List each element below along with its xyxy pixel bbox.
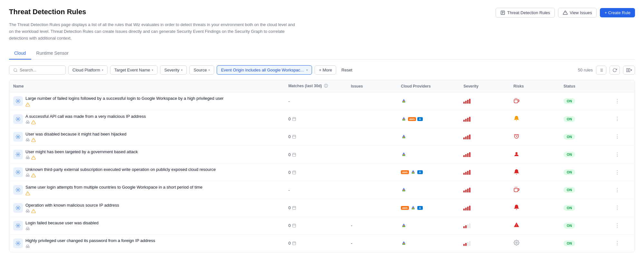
svg-rect-49 <box>292 153 296 156</box>
more-filters-button[interactable]: + More <box>315 65 336 75</box>
issues-cell: - <box>347 234 397 252</box>
gcp-icon <box>401 116 407 122</box>
severity-filter[interactable]: Severity ▾ <box>160 65 187 75</box>
actions-cell[interactable]: ⋮ <box>610 199 635 217</box>
view-issues-button[interactable]: View Issues <box>558 8 597 18</box>
target-event-name-label: Target Event Name <box>114 68 150 72</box>
cloud-platform-label: Cloud Platform <box>72 68 100 72</box>
rule-name-cell: A successful API call was made from a ve… <box>9 110 284 128</box>
status-badge: ON <box>564 240 575 246</box>
row-actions-menu[interactable]: ⋮ <box>613 115 621 123</box>
row-actions-menu[interactable]: ⋮ <box>613 151 621 159</box>
severity-bar <box>469 135 470 139</box>
status-badge: ON <box>564 169 575 175</box>
status-cell: ON <box>560 164 610 181</box>
severity-bar <box>463 244 465 246</box>
tab-runtime-sensor[interactable]: Runtime Sensor <box>31 48 74 60</box>
cloud-platform-filter[interactable]: Cloud Platform ▾ <box>68 65 108 75</box>
target-event-name-filter[interactable]: Target Event Name ▾ <box>110 65 157 75</box>
rule-name-cell: Login failed because user was disabled <box>9 217 284 234</box>
warning-icon <box>31 120 36 125</box>
threat-detection-rules-link[interactable]: Threat Detection Rules <box>496 8 555 18</box>
search-box[interactable] <box>9 65 66 75</box>
status-cell: ON <box>560 128 610 145</box>
create-rule-button[interactable]: + Create Rule <box>600 8 635 17</box>
table-row: Login failed because user was disabled 0… <box>9 217 635 234</box>
actions-cell[interactable]: ⋮ <box>610 234 635 252</box>
actions-cell[interactable]: ⋮ <box>610 217 635 234</box>
col-header-matches[interactable]: Matches (last 30d) ⓘ <box>284 80 347 92</box>
source-filter[interactable]: Source ▾ <box>189 65 214 75</box>
severity-cell <box>459 234 509 252</box>
cloud-icons <box>401 134 456 140</box>
search-input[interactable] <box>20 68 62 72</box>
svg-point-43 <box>17 154 19 155</box>
risks-cell <box>510 181 560 199</box>
event-origin-filter[interactable]: Event Origin includes all Google Workspa… <box>217 65 312 75</box>
svg-rect-76 <box>292 206 296 210</box>
binoculars-icon <box>25 227 30 231</box>
row-actions-menu[interactable]: ⋮ <box>613 221 621 229</box>
gcp-icon <box>401 240 407 246</box>
actions-cell[interactable]: ⋮ <box>610 164 635 181</box>
rule-name-cell: User might has been targeted by a govern… <box>9 145 284 163</box>
cloud-icons <box>401 152 456 157</box>
row-actions-menu[interactable]: ⋮ <box>613 239 621 247</box>
col-header-name[interactable]: Name <box>9 80 284 92</box>
create-rule-label: + Create Rule <box>604 10 630 15</box>
issues-value: - <box>351 223 352 228</box>
row-actions-menu[interactable]: ⋮ <box>613 186 621 194</box>
rules-table-container: Name Matches (last 30d) ⓘ Issues Cloud P… <box>9 80 635 252</box>
cloud-icons <box>401 240 456 246</box>
row-actions-menu[interactable]: ⋮ <box>613 97 621 105</box>
filters-row: Cloud Platform ▾ Target Event Name ▾ Sev… <box>9 65 635 75</box>
severity-bar <box>463 191 465 192</box>
warning-icon <box>563 10 568 15</box>
warning-icon <box>31 155 36 160</box>
actions-cell[interactable]: ⋮ <box>610 92 635 110</box>
actions-cell[interactable]: ⋮ <box>610 145 635 163</box>
svg-point-90 <box>516 226 517 227</box>
severity-bar <box>463 209 465 210</box>
severity-bar <box>463 102 465 104</box>
svg-point-70 <box>17 207 19 209</box>
severity-bar <box>463 155 465 157</box>
row-actions-menu[interactable]: ⋮ <box>613 204 621 212</box>
matches-value: 0 <box>288 223 290 228</box>
actions-cell[interactable]: ⋮ <box>610 128 635 145</box>
column-settings-button[interactable]: ▾ <box>623 66 635 75</box>
svg-point-54 <box>17 172 19 173</box>
risk-icon <box>514 133 519 139</box>
providers-cell <box>397 145 459 163</box>
row-actions-menu[interactable]: ⋮ <box>613 168 621 176</box>
actions-cell[interactable]: ⋮ <box>610 181 635 199</box>
rule-name-cell: Large number of failed logins followed b… <box>9 92 284 110</box>
status-cell: ON <box>560 234 610 252</box>
tab-cloud[interactable]: Cloud <box>9 48 31 60</box>
svg-point-91 <box>17 243 19 244</box>
rule-name-text: A successful API call was made from a ve… <box>25 114 146 119</box>
cloud-icons: awsA <box>401 205 456 211</box>
severity-indicator <box>463 170 506 175</box>
reset-filters-button[interactable]: Reset <box>339 66 355 74</box>
rule-name-text: Unknown third-party external subscriptio… <box>25 167 216 173</box>
status-badge: ON <box>564 223 575 229</box>
matches-cell: 0 <box>284 128 347 145</box>
severity-bar <box>469 117 470 122</box>
azure-icon: A <box>417 117 423 121</box>
issues-cell <box>347 199 397 217</box>
severity-bar <box>467 100 469 104</box>
providers-cell <box>397 181 459 199</box>
chevron-down-icon: ▾ <box>102 68 103 72</box>
risks-cell <box>510 92 560 110</box>
info-icon[interactable]: ⓘ <box>324 84 328 88</box>
sort-button[interactable] <box>596 66 606 75</box>
row-actions-menu[interactable]: ⋮ <box>613 133 621 141</box>
warning-icon <box>31 173 36 178</box>
refresh-button[interactable] <box>610 66 620 75</box>
issues-cell: - <box>347 217 397 234</box>
actions-cell[interactable]: ⋮ <box>610 110 635 128</box>
header-actions: Threat Detection Rules View Issues + Cre… <box>496 8 635 18</box>
status-cell: ON <box>560 145 610 163</box>
table-row: Unknown third-party external subscriptio… <box>9 164 635 181</box>
